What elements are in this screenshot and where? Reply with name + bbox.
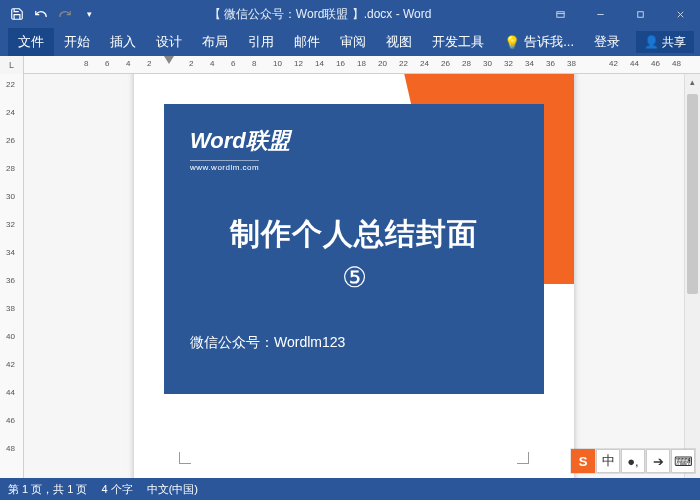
ruler-tick: 24 [420, 59, 429, 68]
ruler-tick: 38 [6, 304, 15, 313]
ruler-tick: 40 [6, 332, 15, 341]
ruler-tick: 36 [6, 276, 15, 285]
logo-url: www.wordlm.com [190, 160, 259, 172]
ruler-tick: 28 [462, 59, 471, 68]
ruler-tick: 14 [315, 59, 324, 68]
tab-file[interactable]: 文件 [8, 28, 54, 56]
page: Word联盟 www.wordlm.com 制作个人总结封面 ⑤ 微信公众号：W… [134, 74, 574, 478]
ime-button[interactable]: 中 [596, 449, 620, 473]
ruler-tick: 2 [189, 59, 193, 68]
vertical-scrollbar[interactable]: ▴ ▾ ◦ [684, 74, 700, 478]
ime-button[interactable]: ●, [621, 449, 645, 473]
minimize-icon[interactable] [580, 0, 620, 28]
ruler-tick: 36 [546, 59, 555, 68]
redo-icon[interactable] [54, 3, 76, 25]
ime-button[interactable]: ➔ [646, 449, 670, 473]
doc-circle-number: ⑤ [190, 261, 518, 294]
ruler-tick: 42 [6, 360, 15, 369]
save-icon[interactable] [6, 3, 28, 25]
lightbulb-icon: 💡 [504, 35, 520, 50]
scroll-up-icon[interactable]: ▴ [685, 74, 700, 90]
ruler-tick: 4 [126, 59, 130, 68]
qat-customize-icon[interactable]: ▾ [78, 3, 100, 25]
ruler-tick: 26 [6, 136, 15, 145]
ruler-tick: 44 [630, 59, 639, 68]
share-button[interactable]: 👤共享 [636, 31, 694, 53]
tab-home[interactable]: 开始 [54, 28, 100, 56]
crop-mark-icon [517, 452, 529, 464]
ruler-tick: 38 [567, 59, 576, 68]
maximize-icon[interactable] [620, 0, 660, 28]
ruler-tick: 32 [504, 59, 513, 68]
tab-developer[interactable]: 开发工具 [422, 28, 494, 56]
window-title: 【 微信公众号：Word联盟 】.docx - Word [100, 6, 540, 23]
doc-main-title: 制作个人总结封面 [190, 214, 518, 255]
close-icon[interactable] [660, 0, 700, 28]
title-bar: ▾ 【 微信公众号：Word联盟 】.docx - Word [0, 0, 700, 28]
status-word-count[interactable]: 4 个字 [101, 482, 132, 497]
tab-design[interactable]: 设计 [146, 28, 192, 56]
blue-card: Word联盟 www.wordlm.com 制作个人总结封面 ⑤ 微信公众号：W… [164, 104, 544, 394]
ruler-tick: 12 [294, 59, 303, 68]
ruler-tick: 8 [252, 59, 256, 68]
ruler-tick: 24 [6, 108, 15, 117]
ruler-tick: 10 [273, 59, 282, 68]
indent-marker-icon[interactable] [164, 56, 174, 64]
ruler-tick: 48 [672, 59, 681, 68]
ruler-tick: 44 [6, 388, 15, 397]
ruler-tick: 34 [525, 59, 534, 68]
tab-mailings[interactable]: 邮件 [284, 28, 330, 56]
ruler-tick: 34 [6, 248, 15, 257]
tab-review[interactable]: 审阅 [330, 28, 376, 56]
document-canvas[interactable]: Word联盟 www.wordlm.com 制作个人总结封面 ⑤ 微信公众号：W… [24, 74, 684, 478]
ribbon-tabs: 文件 开始 插入 设计 布局 引用 邮件 审阅 视图 开发工具 💡告诉我... … [0, 28, 700, 56]
ruler-tick: 22 [399, 59, 408, 68]
status-bar: 第 1 页，共 1 页 4 个字 中文(中国) [0, 478, 700, 500]
ime-bar: S中●,➔⌨ [570, 448, 696, 474]
ruler-tick: 48 [6, 444, 15, 453]
ruler-tick: 2 [147, 59, 151, 68]
horizontal-ruler[interactable]: 8642246810121416182022242628303234363842… [24, 56, 700, 73]
ruler-tick: 4 [210, 59, 214, 68]
tab-view[interactable]: 视图 [376, 28, 422, 56]
ruler-tick: 28 [6, 164, 15, 173]
tab-layout[interactable]: 布局 [192, 28, 238, 56]
ruler-tick: 46 [651, 59, 660, 68]
ruler-tick: 26 [441, 59, 450, 68]
share-icon: 👤 [644, 35, 659, 49]
svg-rect-0 [556, 11, 563, 17]
status-language[interactable]: 中文(中国) [147, 482, 198, 497]
status-page[interactable]: 第 1 页，共 1 页 [8, 482, 87, 497]
workspace: 2224262830323436384042444648 Word联盟 www.… [0, 74, 700, 478]
svg-rect-3 [637, 11, 643, 17]
tab-references[interactable]: 引用 [238, 28, 284, 56]
logo: Word联盟 [190, 126, 518, 156]
ruler-corner[interactable]: L [0, 56, 24, 74]
ruler-tick: 20 [378, 59, 387, 68]
tell-me-search[interactable]: 💡告诉我... [494, 28, 584, 56]
window-controls [540, 0, 700, 28]
ruler-tick: 30 [483, 59, 492, 68]
ruler-tick: 30 [6, 192, 15, 201]
doc-sub-text: 微信公众号：Wordlm123 [190, 334, 518, 352]
ruler-tick: 8 [84, 59, 88, 68]
scrollbar-thumb[interactable] [687, 94, 698, 294]
horizontal-ruler-area: L 86422468101214161820222426283032343638… [0, 56, 700, 74]
ruler-tick: 6 [231, 59, 235, 68]
ruler-tick: 6 [105, 59, 109, 68]
ime-button[interactable]: ⌨ [671, 449, 695, 473]
ruler-tick: 18 [357, 59, 366, 68]
quick-access-toolbar: ▾ [0, 3, 100, 25]
tab-insert[interactable]: 插入 [100, 28, 146, 56]
vertical-ruler[interactable]: 2224262830323436384042444648 [0, 74, 24, 478]
ruler-tick: 16 [336, 59, 345, 68]
ribbon-display-icon[interactable] [540, 0, 580, 28]
ruler-tick: 46 [6, 416, 15, 425]
ruler-tick: 22 [6, 80, 15, 89]
ruler-tick: 42 [609, 59, 618, 68]
ruler-tick: 32 [6, 220, 15, 229]
crop-mark-icon [179, 452, 191, 464]
ime-button[interactable]: S [571, 449, 595, 473]
login-button[interactable]: 登录 [584, 28, 630, 56]
undo-icon[interactable] [30, 3, 52, 25]
